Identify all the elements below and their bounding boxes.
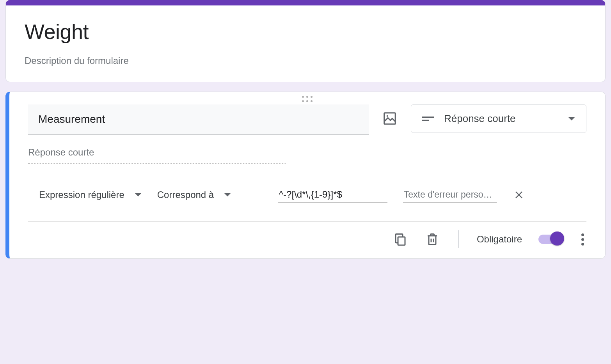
short-answer-icon — [422, 116, 434, 122]
footer-separator — [458, 230, 459, 248]
delete-button[interactable] — [425, 231, 440, 247]
svg-point-1 — [387, 115, 388, 117]
question-type-select[interactable]: Réponse courte — [411, 104, 586, 133]
validation-type-label: Expression régulière — [39, 189, 124, 200]
validation-match-select[interactable]: Correspond à — [157, 189, 263, 200]
question-type-label: Réponse courte — [444, 113, 558, 125]
duplicate-button[interactable] — [393, 231, 408, 247]
answer-preview: Réponse courte — [28, 147, 286, 164]
validation-row: Expression régulière Correspond à — [28, 187, 586, 203]
question-footer: Obligatoire — [28, 221, 586, 258]
validation-match-label: Correspond à — [157, 189, 214, 200]
required-label: Obligatoire — [477, 234, 522, 245]
caret-down-icon — [135, 193, 142, 196]
remove-validation-button[interactable] — [512, 188, 526, 201]
form-header-card: Weight Description du formulaire — [5, 0, 606, 82]
form-description[interactable]: Description du formulaire — [25, 55, 586, 66]
caret-down-icon — [568, 117, 575, 120]
svg-rect-4 — [398, 237, 405, 245]
validation-pattern-input[interactable] — [278, 187, 387, 203]
svg-rect-3 — [422, 120, 429, 121]
svg-rect-0 — [384, 113, 396, 124]
drag-handle-icon[interactable] — [9, 92, 605, 104]
question-title-input[interactable] — [28, 104, 369, 134]
more-options-button[interactable] — [579, 231, 586, 248]
svg-rect-2 — [422, 117, 434, 118]
caret-down-icon — [224, 193, 231, 196]
validation-error-input[interactable] — [403, 187, 497, 203]
required-toggle[interactable] — [538, 235, 563, 244]
insert-image-button[interactable] — [381, 110, 398, 127]
form-title[interactable]: Weight — [25, 19, 586, 44]
validation-type-select[interactable]: Expression régulière — [39, 189, 142, 200]
question-card: Réponse courte Réponse courte Expression… — [5, 92, 606, 259]
toggle-thumb — [550, 231, 564, 246]
